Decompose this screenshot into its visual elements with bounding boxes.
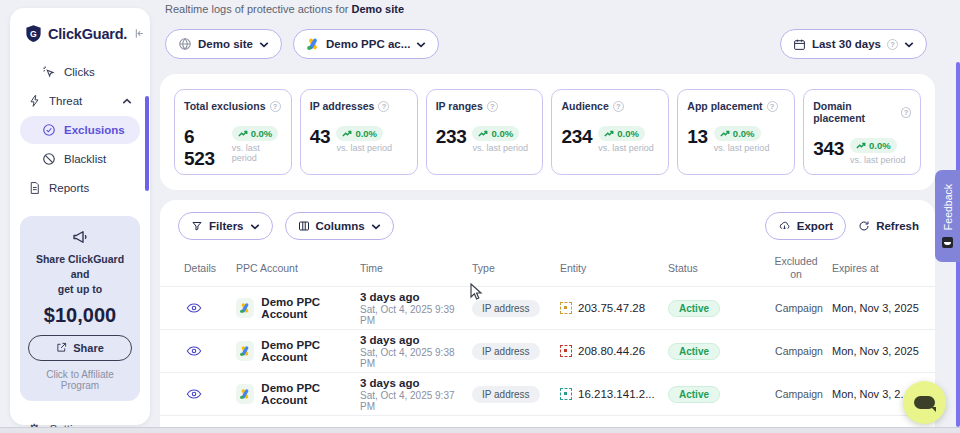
ppc-selector-value: Demo PPC ac... xyxy=(326,38,410,50)
stat-value: 13 xyxy=(687,126,708,148)
time-absolute: Sat, Oct 4, 2025 9:38 PM xyxy=(360,347,472,369)
time-absolute: Sat, Oct 4, 2025 9:39 PM xyxy=(360,304,472,326)
site-selector-dropdown[interactable]: Demo site xyxy=(165,29,282,59)
ppc-account-name: Demo PPC Account xyxy=(261,339,360,363)
google-ads-icon xyxy=(236,298,254,318)
refresh-label: Refresh xyxy=(876,220,919,232)
report-document-icon xyxy=(28,181,41,195)
col-header-expires-at[interactable]: Expires at xyxy=(832,262,921,274)
stat-change: 0.0% xyxy=(491,128,513,139)
stat-label: Total exclusions xyxy=(184,100,266,112)
refresh-button[interactable]: Refresh xyxy=(858,220,919,232)
clicks-cursor-icon xyxy=(42,65,56,79)
col-header-entity[interactable]: Entity xyxy=(560,262,668,274)
table-header-row: Details PPC Account Time Type Entity Sta… xyxy=(160,250,935,286)
chat-widget-button[interactable] xyxy=(903,381,946,424)
ppc-account-name: Demo PPC Account xyxy=(261,382,360,406)
stat-card-ip-addresses: IP addresses? 43 0.0% vs. last period xyxy=(300,89,418,175)
stat-card-audience: Audience? 234 0.0% vs. last period xyxy=(551,89,669,175)
col-header-ppc-account[interactable]: PPC Account xyxy=(236,262,360,274)
sidebar-item-exclusions[interactable]: Exclusions xyxy=(20,116,140,144)
stat-card-total-exclusions: Total exclusions? 6 523 0.0% vs. last pe… xyxy=(174,89,292,175)
trend-up-icon xyxy=(478,130,488,138)
chevron-up-icon xyxy=(122,98,132,105)
help-icon[interactable]: ? xyxy=(901,107,911,118)
chevron-down-icon xyxy=(904,41,914,48)
help-icon[interactable]: ? xyxy=(270,101,281,112)
columns-dropdown[interactable]: Columns xyxy=(285,212,394,240)
entity-flag-icon xyxy=(560,345,572,357)
stat-card-ip-ranges: IP ranges? 233 0.0% vs. last period xyxy=(426,89,544,175)
excluded-on-value: Campaign xyxy=(770,388,828,400)
stat-label: IP ranges xyxy=(436,100,483,112)
smiley-icon xyxy=(942,237,953,248)
logo-row: G ClickGuard. xyxy=(20,22,140,57)
col-header-type[interactable]: Type xyxy=(472,262,560,274)
col-header-excluded-on[interactable]: Excluded on xyxy=(770,255,828,280)
speech-bubble-icon xyxy=(914,396,935,409)
expires-at-value: Mon, Nov 3, 2025 xyxy=(832,302,921,314)
type-badge: IP address xyxy=(472,300,540,317)
filters-dropdown[interactable]: Filters xyxy=(178,212,273,240)
sidebar-item-clicks[interactable]: Clicks xyxy=(20,58,140,86)
filter-funnel-icon xyxy=(191,220,203,232)
excluded-on-value: Campaign xyxy=(770,345,828,357)
columns-label: Columns xyxy=(316,220,365,232)
help-icon[interactable]: ? xyxy=(378,101,389,112)
expires-at-value: Mon, Nov 3, 2025 xyxy=(832,345,921,357)
globe-icon xyxy=(178,37,192,51)
date-range-dropdown[interactable]: Last 30 days ? xyxy=(780,29,927,59)
sidebar-item-blacklist[interactable]: Blacklist xyxy=(20,145,140,173)
refresh-icon xyxy=(858,220,870,232)
col-header-time[interactable]: Time xyxy=(360,262,472,274)
external-link-icon xyxy=(56,342,67,353)
time-absolute: Sat, Oct 4, 2025 9:37 PM xyxy=(360,390,472,412)
col-header-details[interactable]: Details xyxy=(184,262,236,274)
sidebar-item-reports[interactable]: Reports xyxy=(20,174,140,202)
feedback-label: Feedback xyxy=(942,184,954,230)
promo-text-line1: Share ClickGuard and xyxy=(28,252,132,282)
time-relative: 3 days ago xyxy=(360,291,472,303)
ppc-account-selector-dropdown[interactable]: Demo PPC ac... xyxy=(293,29,439,59)
col-header-status[interactable]: Status xyxy=(668,262,770,274)
collapse-sidebar-icon[interactable] xyxy=(132,27,145,40)
view-details-eye-icon[interactable] xyxy=(184,300,204,316)
chevron-down-icon xyxy=(416,41,426,48)
stat-compare: vs. last period xyxy=(472,143,528,153)
megaphone-icon xyxy=(28,228,132,246)
check-circle-icon xyxy=(42,123,56,137)
stat-card-domain-placement: Domain placement? 343 0.0% vs. last peri… xyxy=(803,89,921,175)
stat-compare: vs. last period xyxy=(850,155,906,165)
time-relative: 3 days ago xyxy=(360,334,472,346)
help-icon[interactable]: ? xyxy=(613,101,624,112)
affiliate-promo-card: Share ClickGuard and get up to $10,000 S… xyxy=(20,216,140,401)
status-badge: Active xyxy=(668,300,720,317)
stat-value: 43 xyxy=(310,126,331,148)
affiliate-program-link[interactable]: Click to Affiliate Program xyxy=(28,369,132,391)
entity-flag-icon xyxy=(560,302,572,314)
help-icon[interactable]: ? xyxy=(487,101,498,112)
export-button[interactable]: Export xyxy=(765,212,846,240)
promo-text-line2: get up to xyxy=(28,282,132,297)
sidebar-item-threat[interactable]: Threat xyxy=(20,87,140,115)
entity-value: 208.80.44.26 xyxy=(578,345,645,357)
blacklist-prohibit-icon xyxy=(42,152,56,166)
sidebar-item-label: Exclusions xyxy=(64,124,125,136)
filters-label: Filters xyxy=(209,220,244,232)
help-icon[interactable]: ? xyxy=(767,101,778,112)
share-button[interactable]: Share xyxy=(28,335,132,361)
view-details-eye-icon[interactable] xyxy=(184,386,204,402)
view-details-eye-icon[interactable] xyxy=(184,343,204,359)
calendar-icon xyxy=(793,38,806,51)
promo-amount: $10,000 xyxy=(28,304,132,327)
share-button-label: Share xyxy=(73,342,104,354)
google-ads-icon xyxy=(236,384,254,404)
page-subtitle: Realtime logs of protective actions for … xyxy=(165,3,404,15)
feedback-tab[interactable]: Feedback xyxy=(935,170,960,262)
stat-change: 0.0% xyxy=(251,128,273,139)
status-badge: Active xyxy=(668,343,720,360)
ppc-account-name: Demo PPC Account xyxy=(261,296,360,320)
chevron-down-icon xyxy=(259,41,269,48)
sidebar-scrollbar[interactable] xyxy=(145,96,149,191)
sidebar-item-label: Reports xyxy=(49,182,89,194)
